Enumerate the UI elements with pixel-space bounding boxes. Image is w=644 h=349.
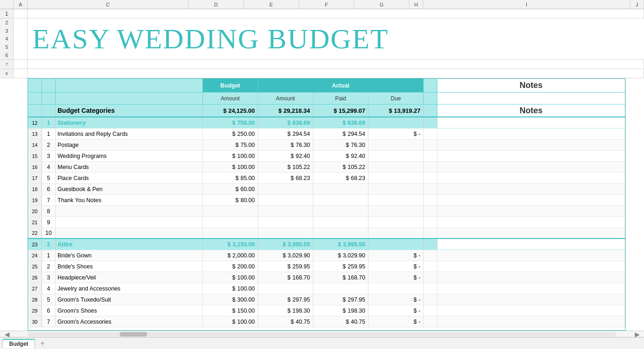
item-1-2-paid: $76.30 bbox=[313, 140, 368, 150]
cat2-num: 2 bbox=[42, 239, 56, 250]
row-1: 1 bbox=[0, 9, 644, 18]
add-sheet-button[interactable]: + bbox=[38, 339, 47, 348]
cell-12-rn: 12 bbox=[28, 117, 42, 128]
row-9: Budget Actual Notes bbox=[28, 79, 625, 93]
item-2-1-name: Bride's Gown bbox=[56, 250, 203, 261]
item-1-1-name: Invitations and Reply Cards bbox=[56, 128, 203, 139]
item-2-3-name: Headpiece/Veil bbox=[56, 272, 203, 283]
budget-amount-header: Amount bbox=[203, 93, 258, 104]
row-27: 27 4 Jewelry and Accessories $100.00 bbox=[28, 283, 625, 294]
budget-sheet-tab[interactable]: Budget bbox=[2, 339, 35, 348]
item-2-4-name: Jewelry and Accessories bbox=[56, 283, 203, 294]
row-24: 24 1 Bride's Gown $2,000.00 $3,029.90 $3… bbox=[28, 250, 625, 261]
row-8: 8 bbox=[0, 69, 644, 78]
item-1-1-paid: $294.54 bbox=[313, 128, 368, 139]
total-actual: $ 29,218.34 bbox=[258, 105, 313, 116]
main-title: EASY WEDDING BUDGET bbox=[28, 18, 644, 59]
cell-10-notes bbox=[437, 93, 625, 104]
col-header-a bbox=[0, 0, 14, 9]
row-18: 18 6 Guestbook & Pen $60.00 bbox=[28, 184, 625, 195]
title-row: 23456 EASY WEDDING BUDGET bbox=[0, 18, 644, 60]
row-20: 20 8 bbox=[28, 206, 625, 217]
cell-9-h bbox=[424, 79, 437, 92]
cell-78a bbox=[14, 60, 28, 69]
rownum-8: 8 bbox=[0, 69, 14, 78]
cat1-actual: $636.69 bbox=[258, 117, 313, 128]
actual-header: Actual bbox=[258, 79, 424, 92]
cat2-actual: $3,995.55 bbox=[258, 239, 313, 250]
cell-13-h bbox=[424, 128, 437, 139]
spreadsheet: A C D E F G H I J 1 23456 EASY WEDDING B… bbox=[0, 0, 644, 349]
categories-label: Budget Categories bbox=[56, 105, 203, 116]
col-header-i: I bbox=[423, 0, 630, 9]
cat2-paid: $3,995.55 bbox=[313, 239, 368, 250]
row-13: 13 1 Invitations and Reply Cards $250.00… bbox=[28, 128, 625, 140]
cell-9-c bbox=[56, 79, 203, 92]
col-header-b: A bbox=[14, 0, 28, 9]
col-header-c: C bbox=[28, 0, 189, 9]
row-19: 19 7 Thank You Notes $80.00 bbox=[28, 195, 625, 206]
sheet-tab-bar: Budget + bbox=[0, 337, 644, 349]
item-2-7-name: Groom's Accessories bbox=[56, 316, 203, 327]
cell-9-rn bbox=[28, 79, 42, 92]
item-2-2-name: Bride's Shoes bbox=[56, 261, 203, 272]
item-1-2-actual: $76.30 bbox=[258, 140, 313, 150]
item-2-6-name: Groom's Shoes bbox=[56, 305, 203, 316]
cat2-budget: $3,150.00 bbox=[203, 239, 258, 250]
row-30: 30 7 Groom's Accessories $100.00 $40.75 … bbox=[28, 316, 625, 327]
item-1-2-name: Postage bbox=[56, 140, 203, 150]
cell-8b bbox=[28, 69, 644, 78]
col-header-h: H bbox=[409, 0, 423, 9]
scroll-thumb[interactable] bbox=[120, 332, 147, 337]
cell-11-a bbox=[42, 105, 56, 116]
horizontal-scrollbar[interactable]: ◀ ▶ bbox=[0, 331, 644, 337]
row-12-cat: 12 1 Stationery $750.00 $636.69 $636.69 bbox=[28, 117, 625, 128]
row-28: 28 5 Groom's Tuxedo/Suit $300.00 $297.95… bbox=[28, 294, 625, 305]
column-headers: A C D E F G H I J bbox=[0, 0, 644, 9]
cell-9-a bbox=[42, 79, 56, 92]
row-17: 17 5 Place Cards $85.00 $68.23 $68.23 bbox=[28, 173, 625, 184]
row-78: 7 bbox=[0, 60, 644, 69]
item-1-1-due: $- bbox=[368, 128, 424, 139]
cell-8a bbox=[14, 69, 28, 78]
cell-10-c bbox=[56, 93, 203, 104]
cat1-budget: $750.00 bbox=[203, 117, 258, 128]
budget-header: Budget bbox=[203, 79, 258, 92]
total-paid: $ 15,299.07 bbox=[313, 105, 368, 116]
cat1-num: 1 bbox=[42, 117, 56, 128]
main-table: Budget Actual Notes Amount Amount Paid D… bbox=[28, 78, 626, 331]
cell-13-notes bbox=[437, 128, 625, 139]
cat1-due bbox=[368, 117, 424, 128]
cell-10-a bbox=[42, 93, 56, 104]
paid-header: Paid bbox=[313, 93, 368, 104]
cell-title-a bbox=[14, 18, 28, 59]
cell-1b bbox=[28, 9, 644, 18]
row-16: 16 4 Menu Cards $100.00 $105.22 $105.22 bbox=[28, 162, 625, 173]
row-21: 21 9 bbox=[28, 217, 625, 228]
item-1-1-actual: $294.54 bbox=[258, 128, 313, 139]
item-1-2-budget: $75.00 bbox=[203, 140, 258, 150]
rownum-1: 1 bbox=[0, 9, 14, 18]
cell-12-h bbox=[424, 117, 437, 128]
item-1-3-name: Wedding Programs bbox=[56, 151, 203, 161]
row-15: 15 3 Wedding Programs $100.00 $92.40 $92… bbox=[28, 151, 625, 162]
scroll-track bbox=[28, 332, 616, 337]
row-23-cat: 23 2 Attire $3,150.00 $3,995.55 $3,995.5… bbox=[28, 239, 625, 250]
row-14: 14 2 Postage $75.00 $76.30 $76.30 bbox=[28, 140, 625, 151]
grid-container: 1 23456 EASY WEDDING BUDGET 7 8 bbox=[0, 9, 644, 349]
cell-10-h bbox=[424, 93, 437, 104]
row-10: Amount Amount Paid Due bbox=[28, 93, 625, 105]
col-header-g: G bbox=[354, 0, 409, 9]
rownum-title: 23456 bbox=[0, 18, 14, 59]
item-1-1-num: 1 bbox=[42, 128, 56, 139]
cell-11-h bbox=[424, 105, 437, 116]
item-2-5-name: Groom's Tuxedo/Suit bbox=[56, 294, 203, 305]
item-1-1-budget: $250.00 bbox=[203, 128, 258, 139]
row-25: 25 2 Bride's Shoes $200.00 $259.95 $259.… bbox=[28, 261, 625, 272]
actual-amount-header: Amount bbox=[258, 93, 313, 104]
col-header-d: D bbox=[189, 0, 244, 9]
due-header: Due bbox=[368, 93, 424, 104]
cell-1a bbox=[14, 9, 28, 18]
cell-10-rn bbox=[28, 93, 42, 104]
cell-12-notes bbox=[437, 117, 625, 128]
